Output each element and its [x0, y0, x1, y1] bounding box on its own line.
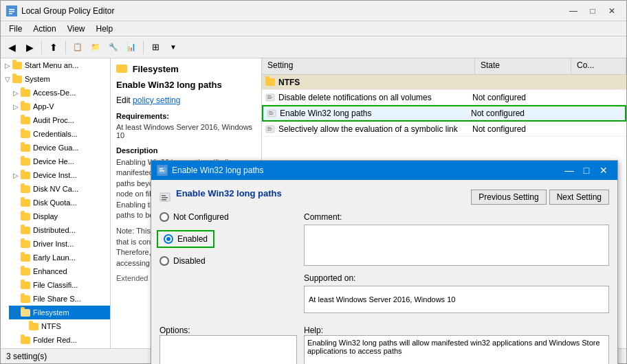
radio-not-configured[interactable]	[160, 212, 169, 222]
option-enabled-wrapper: Enabled	[160, 230, 297, 248]
dialog-nav-buttons: Previous Setting Next Setting	[471, 190, 609, 205]
dialog-bottom-row: Options: Help: Enabling Win32 long paths…	[160, 319, 609, 364]
svg-rect-17	[160, 168, 163, 170]
dialog-main-content: Not Configured Enabled	[160, 212, 609, 313]
dialog-right-content: Comment: Supported on: At least Windows …	[304, 212, 609, 313]
label-enabled: Enabled	[177, 234, 208, 244]
svg-rect-21	[162, 197, 168, 198]
dialog-body: Enable Win32 long paths Previous Setting…	[151, 180, 617, 364]
dialog-minimize-button[interactable]: —	[561, 163, 578, 178]
main-window: Local Group Policy Editor — □ ✕ File Act…	[0, 0, 627, 364]
dialog-title-controls: — □ ✕	[561, 163, 612, 178]
dialog-title-text: Enable Win32 long paths	[172, 166, 561, 175]
svg-rect-22	[162, 199, 166, 201]
supported-text: At least Windows Server 2016, Windows 10	[309, 295, 455, 304]
supported-box: At least Windows Server 2016, Windows 10	[304, 286, 609, 313]
radio-disabled[interactable]	[160, 256, 169, 266]
next-setting-button[interactable]: Next Setting	[549, 190, 609, 205]
label-disabled: Disabled	[173, 256, 206, 266]
supported-label: Supported on:	[304, 273, 609, 283]
radio-enabled[interactable]	[164, 234, 173, 244]
dialog-close-button[interactable]: ✕	[595, 163, 612, 178]
dialog-enable-win32: Enable Win32 long paths — □ ✕	[151, 160, 618, 364]
dialog-title-bar: Enable Win32 long paths — □ ✕	[151, 161, 617, 180]
comment-textarea[interactable]	[304, 225, 609, 266]
help-label: Help:	[304, 326, 609, 335]
help-column: Help: Enabling Win32 long paths will all…	[304, 319, 609, 364]
label-not-configured: Not Configured	[173, 212, 229, 222]
svg-rect-20	[162, 195, 166, 196]
options-label: Options:	[160, 326, 297, 335]
enabled-box: Enabled	[157, 230, 214, 248]
svg-rect-18	[160, 170, 164, 172]
options-area	[160, 335, 297, 364]
dialog-options-left: Not Configured Enabled	[160, 212, 297, 313]
option-enabled[interactable]: Enabled	[164, 234, 208, 244]
dialog-maximize-button[interactable]: □	[578, 163, 595, 178]
dialog-title-icon	[157, 165, 168, 176]
option-not-configured[interactable]: Not Configured	[160, 212, 297, 222]
help-area: Enabling Win32 long paths will allow man…	[304, 335, 609, 364]
dialog-setting-name: Enable Win32 long paths	[176, 188, 282, 198]
options-column: Options:	[160, 319, 297, 364]
comment-label: Comment:	[304, 212, 609, 222]
help-text: Enabling Win32 long paths will allow man…	[307, 339, 600, 355]
option-disabled[interactable]: Disabled	[160, 256, 297, 266]
prev-setting-button[interactable]: Previous Setting	[471, 190, 546, 205]
dialog-overlay: Enable Win32 long paths — □ ✕	[1, 1, 626, 363]
dialog-setting-icon	[160, 192, 170, 203]
